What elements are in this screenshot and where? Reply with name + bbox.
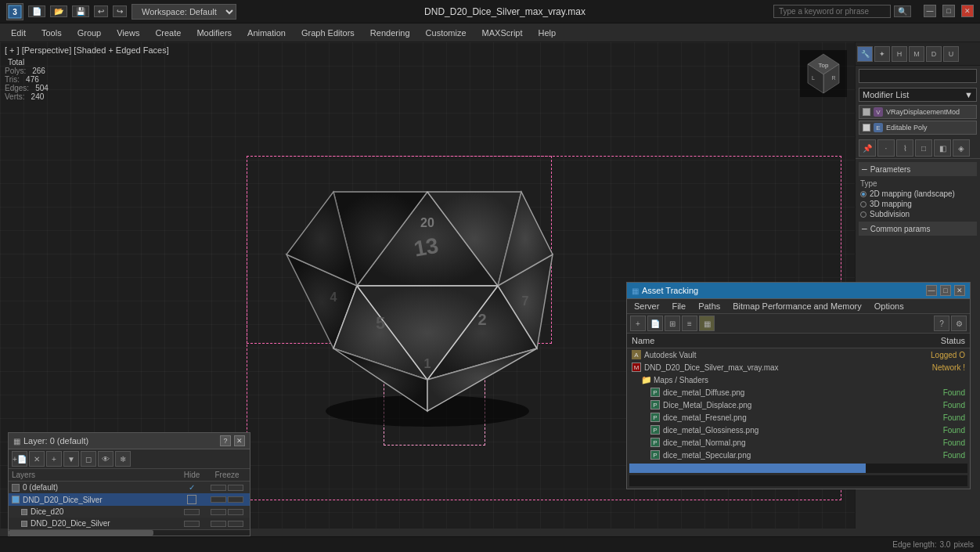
modifier-checkbox-2[interactable]: [863, 124, 870, 132]
search-input[interactable]: [773, 5, 891, 18]
pin-modifier-btn[interactable]: 📌: [859, 139, 876, 157]
layer-row-dice-d20[interactable]: Dice_d20: [9, 506, 250, 518]
svg-text:R: R: [831, 75, 835, 81]
asset-file-btn[interactable]: 📄: [647, 316, 663, 331]
asset-row-specular[interactable]: P dice_metal_Specular.png Found: [627, 449, 970, 461]
layer-objects-btn[interactable]: ◻: [81, 451, 96, 467]
edge-mode-btn[interactable]: ⌇: [896, 139, 913, 157]
radio-2d-mapping[interactable]: [860, 191, 867, 197]
asset-help-btn[interactable]: ?: [934, 316, 949, 331]
menu-create[interactable]: Create: [147, 27, 189, 39]
asset-menu-options[interactable]: Options: [868, 300, 910, 312]
asset-menu-bitmap[interactable]: Bitmap Performance and Memory: [726, 300, 867, 312]
layer-box-dnd[interactable]: [187, 495, 196, 504]
asset-settings-btn[interactable]: ⚙: [951, 316, 967, 331]
search-btn[interactable]: 🔍: [894, 5, 911, 17]
menu-rendering[interactable]: Rendering: [362, 27, 418, 39]
specular-status: Found: [887, 451, 965, 460]
radio-subdivision[interactable]: [860, 211, 867, 218]
open-btn[interactable]: 📂: [50, 5, 67, 17]
asset-menu-paths[interactable]: Paths: [692, 300, 726, 312]
motion-tab-icon[interactable]: M: [909, 46, 924, 62]
parameters-header[interactable]: Parameters: [859, 162, 977, 176]
layer-hide-all-btn[interactable]: 👁: [98, 451, 113, 467]
menu-modifiers[interactable]: Modifiers: [189, 27, 240, 39]
layer-row-default[interactable]: 0 (default) ✓: [9, 482, 250, 493]
menu-views[interactable]: Views: [109, 27, 147, 39]
asset-menu-server[interactable]: Server: [628, 300, 665, 312]
layer-row-dnd[interactable]: DND_D20_Dice_Silver: [9, 493, 250, 506]
asset-row-fresnel[interactable]: P dice_metal_Fresnel.png Found: [627, 411, 970, 424]
layer-scrollbar-thumb[interactable]: [9, 530, 153, 536]
asset-row-normal[interactable]: P dice_metal_Normal.png Found: [627, 436, 970, 449]
modifier-list-dropdown[interactable]: Modifier List ▼: [859, 88, 977, 102]
common-params-header[interactable]: Common params: [859, 222, 977, 236]
minimize-btn[interactable]: —: [924, 5, 936, 17]
mapping-2d-option[interactable]: 2D mapping (landscape): [859, 189, 977, 198]
layer-scrollbar[interactable]: [9, 529, 250, 536]
asset-close-btn[interactable]: ✕: [954, 285, 965, 296]
menu-help[interactable]: Help: [531, 27, 564, 39]
type-label: Type: [859, 179, 977, 188]
layer-new-btn[interactable]: +📄: [12, 451, 27, 467]
layer-panel-controls: ? ✕: [220, 435, 245, 446]
asset-list-btn[interactable]: ≡: [682, 316, 697, 331]
radio-3d-mapping[interactable]: [860, 201, 867, 207]
subdivision-option[interactable]: Subdivision: [859, 210, 977, 218]
asset-maximize-btn[interactable]: □: [940, 285, 951, 296]
asset-minimize-btn[interactable]: —: [926, 285, 937, 296]
asset-row-maps-folder[interactable]: 📁 Maps / Shaders: [627, 373, 970, 386]
menu-group[interactable]: Group: [70, 27, 110, 39]
layer-add-selection-btn[interactable]: +: [46, 451, 62, 467]
layer-select-btn[interactable]: ▼: [63, 451, 79, 467]
asset-grid-btn[interactable]: ⊞: [665, 316, 680, 331]
element-mode-btn[interactable]: ◈: [953, 139, 970, 157]
asset-add-btn[interactable]: +: [630, 316, 646, 331]
workspace-selector[interactable]: Workspace: Default: [132, 4, 236, 20]
editable-poly-modifier[interactable]: E Editable Poly: [859, 121, 977, 135]
asset-panel-titlebar: ▦ Asset Tracking — □ ✕: [627, 283, 970, 299]
diffuse-status: Found: [887, 388, 965, 397]
asset-row-displace[interactable]: P Dice_Metal_Displace.png Found: [627, 399, 970, 411]
vray-displacement-modifier[interactable]: V VRayDisplacementMod: [859, 105, 977, 119]
modifier-checkbox-1[interactable]: [863, 108, 870, 116]
poly-mode-btn[interactable]: ◧: [934, 139, 951, 157]
display-tab-icon[interactable]: D: [926, 46, 942, 62]
save-btn[interactable]: 💾: [72, 5, 89, 17]
undo-btn[interactable]: ↩: [94, 5, 108, 17]
mapping-3d-option[interactable]: 3D mapping: [859, 200, 977, 208]
layer-close-btn[interactable]: ✕: [234, 435, 245, 446]
asset-row-glossiness[interactable]: P dice_metal_Glossiness.png Found: [627, 424, 970, 436]
asset-toolbar: + 📄 ⊞ ≡ ▦ ? ⚙: [627, 314, 970, 334]
close-btn[interactable]: ✕: [961, 5, 974, 17]
utilities-tab-icon[interactable]: U: [943, 46, 959, 62]
new-btn[interactable]: 📄: [28, 5, 45, 17]
svg-text:Top: Top: [819, 62, 829, 69]
create-tab-icon[interactable]: ✦: [874, 46, 890, 62]
layer-row-dnd-silver[interactable]: DND_D20_Dice_Silver: [9, 518, 250, 529]
layer-delete-btn[interactable]: ✕: [29, 451, 45, 467]
redo-btn[interactable]: ↪: [113, 5, 127, 17]
hierarchy-tab-icon[interactable]: H: [892, 46, 907, 62]
layer-freeze-all-btn[interactable]: ❄: [115, 451, 131, 467]
asset-row-vault[interactable]: A Autodesk Vault Logged O: [627, 348, 970, 361]
asset-row-max-file[interactable]: M DND_D20_Dice_Silver_max_vray.max Netwo…: [627, 361, 970, 373]
menu-edit[interactable]: Edit: [3, 27, 34, 39]
asset-row-diffuse[interactable]: P dice_metal_Diffuse.png Found: [627, 386, 970, 399]
nav-cube[interactable]: Top R L: [800, 50, 847, 97]
menu-graph-editors[interactable]: Graph Editors: [294, 27, 362, 39]
layer-help-btn[interactable]: ?: [220, 435, 231, 446]
menu-tools[interactable]: Tools: [34, 27, 70, 39]
modifier-tools: 📌 · ⌇ □ ◧ ◈: [856, 138, 980, 158]
border-mode-btn[interactable]: □: [915, 139, 932, 157]
modifier-tab-icon[interactable]: 🔧: [857, 46, 873, 62]
maximize-btn[interactable]: □: [942, 5, 955, 17]
title-bar-left: 3 📄 📂 💾 ↩ ↪ Workspace: Default: [6, 3, 236, 20]
menu-customize[interactable]: Customize: [418, 27, 474, 39]
object-name-input[interactable]: Dice_d20: [859, 69, 977, 83]
menu-animation[interactable]: Animation: [240, 27, 294, 39]
asset-table-btn[interactable]: ▦: [699, 316, 715, 331]
menu-maxscript[interactable]: MAXScript: [474, 27, 531, 39]
vertex-mode-btn[interactable]: ·: [877, 139, 895, 157]
asset-menu-file[interactable]: File: [665, 300, 692, 312]
